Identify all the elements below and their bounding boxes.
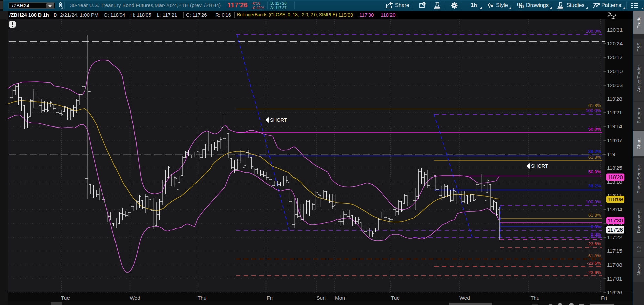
svg-text:118'09: 118'09 (608, 196, 623, 202)
svg-text:120'24: 120'24 (607, 41, 623, 46)
svg-text:%: % (517, 2, 524, 10)
svg-text:120'10: 120'10 (607, 68, 623, 74)
svg-text:117'22: 117'22 (607, 234, 622, 240)
svg-text:120'17: 120'17 (607, 54, 623, 60)
svg-text:120'03: 120'03 (607, 82, 623, 88)
svg-text:116'26: 116'26 (607, 290, 622, 295)
svg-text:Fri: Fri (601, 295, 607, 301)
svg-text:117'01: 117'01 (607, 276, 622, 282)
svg-text:Thu: Thu (531, 295, 540, 301)
svg-text:117'15: 117'15 (607, 248, 622, 254)
svg-text:Fri: Fri (267, 295, 273, 301)
svg-text:Mon: Mon (335, 295, 345, 301)
svg-text:Thu: Thu (198, 295, 207, 301)
svg-text:Wed: Wed (459, 295, 470, 301)
svg-text:Tue: Tue (391, 295, 400, 301)
svg-text:120'31: 120'31 (607, 27, 623, 33)
svg-text:118'25: 118'25 (607, 165, 622, 171)
svg-text:119'14: 119'14 (607, 123, 622, 129)
svg-text:117'30: 117'30 (608, 218, 623, 223)
svg-text:Tue: Tue (61, 295, 70, 301)
svg-text:118'20: 118'20 (608, 174, 623, 180)
svg-text:119'07: 119'07 (607, 138, 622, 143)
svg-text:118'04: 118'04 (607, 207, 622, 212)
svg-text:119'21: 119'21 (607, 110, 622, 115)
svg-text:Wed: Wed (130, 295, 140, 301)
svg-text:117'26: 117'26 (608, 227, 623, 233)
svg-text:Sun: Sun (316, 295, 326, 301)
svg-text:119: 119 (607, 151, 615, 157)
svg-text:117'08: 117'08 (607, 262, 622, 268)
svg-text:119'28: 119'28 (607, 96, 622, 102)
